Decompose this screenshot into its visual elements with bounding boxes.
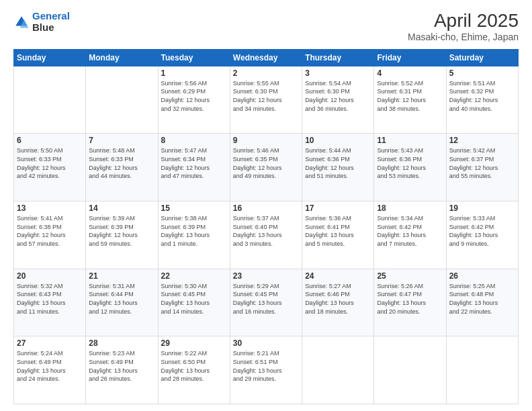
day-info: Sunrise: 5:55 AM Sunset: 6:30 PM Dayligh… (233, 79, 299, 113)
day-cell: 6Sunrise: 5:50 AM Sunset: 6:33 PM Daylig… (14, 134, 86, 201)
day-cell: 24Sunrise: 5:27 AM Sunset: 6:46 PM Dayli… (302, 269, 374, 336)
day-cell: 15Sunrise: 5:38 AM Sunset: 6:39 PM Dayli… (158, 201, 230, 269)
day-header-wednesday: Wednesday (230, 49, 302, 66)
day-number: 26 (449, 271, 515, 281)
day-number: 20 (17, 271, 83, 281)
day-info: Sunrise: 5:24 AM Sunset: 6:49 PM Dayligh… (17, 349, 83, 383)
day-info: Sunrise: 5:50 AM Sunset: 6:33 PM Dayligh… (17, 146, 83, 180)
day-info: Sunrise: 5:32 AM Sunset: 6:43 PM Dayligh… (17, 282, 83, 316)
calendar-table: SundayMondayTuesdayWednesdayThursdayFrid… (13, 49, 519, 404)
day-cell: 1Sunrise: 5:56 AM Sunset: 6:29 PM Daylig… (158, 66, 230, 134)
day-cell: 17Sunrise: 5:36 AM Sunset: 6:41 PM Dayli… (302, 201, 374, 269)
day-cell: 3Sunrise: 5:54 AM Sunset: 6:30 PM Daylig… (302, 66, 374, 134)
day-cell: 22Sunrise: 5:30 AM Sunset: 6:45 PM Dayli… (158, 269, 230, 336)
day-number: 21 (89, 271, 154, 281)
day-number: 18 (377, 203, 443, 213)
day-cell: 7Sunrise: 5:48 AM Sunset: 6:33 PM Daylig… (86, 134, 158, 201)
day-number: 15 (161, 203, 227, 213)
day-info: Sunrise: 5:47 AM Sunset: 6:34 PM Dayligh… (161, 146, 227, 180)
day-info: Sunrise: 5:43 AM Sunset: 6:36 PM Dayligh… (377, 146, 443, 180)
day-cell: 21Sunrise: 5:31 AM Sunset: 6:44 PM Dayli… (86, 269, 158, 336)
day-number: 16 (233, 203, 299, 213)
day-cell: 29Sunrise: 5:22 AM Sunset: 6:50 PM Dayli… (158, 336, 230, 404)
title-block: April 2025 Masaki-cho, Ehime, Japan (408, 11, 519, 42)
day-cell (446, 336, 518, 404)
week-row-2: 13Sunrise: 5:41 AM Sunset: 6:38 PM Dayli… (14, 201, 519, 269)
days-header-row: SundayMondayTuesdayWednesdayThursdayFrid… (14, 49, 519, 66)
day-cell (374, 336, 446, 404)
day-number: 19 (449, 203, 515, 213)
day-info: Sunrise: 5:27 AM Sunset: 6:46 PM Dayligh… (305, 282, 371, 316)
header: General Blue April 2025 Masaki-cho, Ehim… (13, 11, 519, 42)
day-info: Sunrise: 5:51 AM Sunset: 6:32 PM Dayligh… (449, 79, 515, 113)
day-info: Sunrise: 5:41 AM Sunset: 6:38 PM Dayligh… (17, 214, 83, 248)
day-info: Sunrise: 5:56 AM Sunset: 6:29 PM Dayligh… (161, 79, 227, 113)
day-header-monday: Monday (86, 49, 158, 66)
day-number: 3 (305, 68, 371, 78)
day-number: 23 (233, 271, 299, 281)
day-info: Sunrise: 5:30 AM Sunset: 6:45 PM Dayligh… (161, 282, 227, 316)
day-number: 25 (377, 271, 443, 281)
day-cell (86, 66, 158, 134)
day-cell: 16Sunrise: 5:37 AM Sunset: 6:40 PM Dayli… (230, 201, 302, 269)
day-number: 6 (17, 136, 83, 145)
day-cell: 5Sunrise: 5:51 AM Sunset: 6:32 PM Daylig… (446, 66, 518, 134)
day-cell: 2Sunrise: 5:55 AM Sunset: 6:30 PM Daylig… (230, 66, 302, 134)
day-number: 13 (17, 203, 83, 213)
day-cell: 9Sunrise: 5:46 AM Sunset: 6:35 PM Daylig… (230, 134, 302, 201)
day-number: 1 (161, 68, 227, 78)
day-info: Sunrise: 5:23 AM Sunset: 6:49 PM Dayligh… (89, 349, 154, 383)
day-info: Sunrise: 5:34 AM Sunset: 6:42 PM Dayligh… (377, 214, 443, 248)
week-row-1: 6Sunrise: 5:50 AM Sunset: 6:33 PM Daylig… (14, 134, 519, 201)
day-info: Sunrise: 5:54 AM Sunset: 6:30 PM Dayligh… (305, 79, 371, 113)
day-number: 10 (305, 136, 371, 145)
day-cell: 10Sunrise: 5:44 AM Sunset: 6:36 PM Dayli… (302, 134, 374, 201)
day-cell: 19Sunrise: 5:33 AM Sunset: 6:42 PM Dayli… (446, 201, 518, 269)
day-info: Sunrise: 5:25 AM Sunset: 6:48 PM Dayligh… (449, 282, 515, 316)
subtitle: Masaki-cho, Ehime, Japan (408, 32, 519, 42)
day-cell: 4Sunrise: 5:52 AM Sunset: 6:31 PM Daylig… (374, 66, 446, 134)
week-row-3: 20Sunrise: 5:32 AM Sunset: 6:43 PM Dayli… (14, 269, 519, 336)
day-cell: 8Sunrise: 5:47 AM Sunset: 6:34 PM Daylig… (158, 134, 230, 201)
day-info: Sunrise: 5:31 AM Sunset: 6:44 PM Dayligh… (89, 282, 154, 316)
day-cell (302, 336, 374, 404)
day-number: 7 (89, 136, 154, 145)
day-info: Sunrise: 5:52 AM Sunset: 6:31 PM Dayligh… (377, 79, 443, 113)
day-header-friday: Friday (374, 49, 446, 66)
day-header-saturday: Saturday (446, 49, 518, 66)
logo-text: General Blue (32, 11, 70, 33)
day-header-tuesday: Tuesday (158, 49, 230, 66)
week-row-0: 1Sunrise: 5:56 AM Sunset: 6:29 PM Daylig… (14, 66, 519, 134)
day-info: Sunrise: 5:21 AM Sunset: 6:51 PM Dayligh… (233, 349, 299, 383)
day-cell: 20Sunrise: 5:32 AM Sunset: 6:43 PM Dayli… (14, 269, 86, 336)
day-number: 29 (161, 338, 227, 348)
day-number: 9 (233, 136, 299, 145)
day-info: Sunrise: 5:33 AM Sunset: 6:42 PM Dayligh… (449, 214, 515, 248)
day-info: Sunrise: 5:29 AM Sunset: 6:45 PM Dayligh… (233, 282, 299, 316)
day-cell: 26Sunrise: 5:25 AM Sunset: 6:48 PM Dayli… (446, 269, 518, 336)
day-number: 24 (305, 271, 371, 281)
day-cell: 11Sunrise: 5:43 AM Sunset: 6:36 PM Dayli… (374, 134, 446, 201)
day-header-thursday: Thursday (302, 49, 374, 66)
day-info: Sunrise: 5:44 AM Sunset: 6:36 PM Dayligh… (305, 146, 371, 180)
day-number: 4 (377, 68, 443, 78)
day-number: 14 (89, 203, 154, 213)
logo-line1: General (32, 10, 70, 21)
week-row-4: 27Sunrise: 5:24 AM Sunset: 6:49 PM Dayli… (14, 336, 519, 404)
day-number: 11 (377, 136, 443, 145)
day-cell: 27Sunrise: 5:24 AM Sunset: 6:49 PM Dayli… (14, 336, 86, 404)
day-cell: 25Sunrise: 5:26 AM Sunset: 6:47 PM Dayli… (374, 269, 446, 336)
day-info: Sunrise: 5:26 AM Sunset: 6:47 PM Dayligh… (377, 282, 443, 316)
day-cell (14, 66, 86, 134)
day-cell: 30Sunrise: 5:21 AM Sunset: 6:51 PM Dayli… (230, 336, 302, 404)
logo-icon (13, 14, 30, 30)
day-cell: 18Sunrise: 5:34 AM Sunset: 6:42 PM Dayli… (374, 201, 446, 269)
logo-line2: Blue (32, 22, 70, 34)
day-info: Sunrise: 5:37 AM Sunset: 6:40 PM Dayligh… (233, 214, 299, 248)
day-cell: 23Sunrise: 5:29 AM Sunset: 6:45 PM Dayli… (230, 269, 302, 336)
day-number: 17 (305, 203, 371, 213)
day-number: 28 (89, 338, 154, 348)
day-number: 8 (161, 136, 227, 145)
day-cell: 13Sunrise: 5:41 AM Sunset: 6:38 PM Dayli… (14, 201, 86, 269)
page: General Blue April 2025 Masaki-cho, Ehim… (0, 0, 532, 411)
